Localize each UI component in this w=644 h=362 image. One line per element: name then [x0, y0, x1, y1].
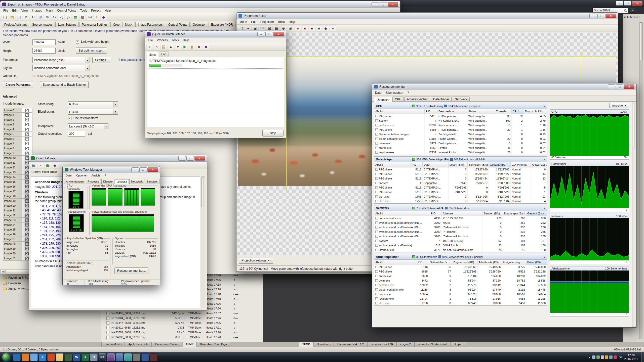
process-row[interactable]: iexplore.exe17232Internet Explo...Wird a… — [374, 150, 547, 155]
send-to-batch-button[interactable]: Save and send to Batch Stitcher — [40, 81, 89, 88]
close-button[interactable]: × — [606, 14, 616, 18]
titlebar[interactable]: Export_pt_images - PTGui Pro registered … — [0, 1, 400, 8]
image-row[interactable]: Image 29 — [3, 246, 33, 251]
column-header[interactable]: Schreiben (B/s) — [468, 162, 489, 167]
process-row[interactable]: dwm.exe3472058'24437'32018'75218'568 — [374, 278, 547, 283]
include-image-checkbox[interactable] — [25, 175, 29, 179]
file-row[interactable]: NH23447_6688_16252.tmp500 KBTMP-DateiHeu… — [101, 321, 263, 326]
column-header[interactable]: Abbild — [374, 109, 424, 114]
preview-icon[interactable]: ◉ — [287, 25, 294, 31]
menu-item[interactable]: Edit — [249, 20, 258, 24]
menu-item[interactable]: Optionen — [74, 173, 90, 177]
folder-tab[interactable]: Dreamset ver 2.34 — [367, 342, 396, 347]
minimize-button[interactable]: – — [257, 32, 265, 36]
include-image-checkbox[interactable] — [25, 204, 29, 207]
optimizer-icon[interactable]: ☀ — [93, 14, 100, 20]
process-row[interactable]: PTGui.exe5116C:\TEMP\N...013'927'68013'9… — [374, 167, 547, 172]
file-row[interactable]: NH24039_6688_16252.tmp656 KBTMP-DateiHeu… — [101, 335, 263, 340]
network-section-header[interactable]: Netzwerk 7 KBit/s Netzwerk-E/A 0% Netzwe… — [374, 205, 547, 211]
taskbar-app-dark-red[interactable] — [150, 353, 157, 361]
image-row[interactable]: Image 15 — [3, 179, 33, 184]
column-header[interactable]: PID — [430, 211, 441, 216]
menu-item[interactable]: Help — [287, 20, 297, 24]
menu-item[interactable]: Mode — [237, 20, 249, 24]
taskbar-app-green[interactable] — [64, 353, 72, 361]
process-row[interactable]: plugin-container.exe11188896'92417'6402'… — [374, 287, 547, 292]
include-image-checkbox[interactable] — [25, 228, 29, 231]
scrollbar[interactable] — [632, 102, 636, 327]
taskbar-outlook[interactable]: O — [90, 353, 98, 361]
projection-cylindrical-icon[interactable]: ■ — [301, 25, 308, 31]
grid-icon[interactable]: ▩ — [79, 14, 86, 20]
ptgui-tab[interactable]: Control Points — [166, 22, 190, 27]
task-manager-tab[interactable]: Prozesse — [86, 179, 101, 184]
row-checkbox[interactable] — [375, 182, 378, 184]
column-header[interactable]: Empfangen (B/s) — [503, 211, 526, 216]
taskbar-firefox[interactable] — [22, 353, 29, 361]
crop-guide-left[interactable] — [286, 53, 287, 191]
ptgui-tab[interactable]: Image Parameters — [135, 22, 165, 27]
taskbar-directory-opus[interactable] — [56, 353, 63, 361]
row-checkbox[interactable] — [375, 288, 378, 291]
column-header[interactable]: Durchschnittli... — [524, 109, 547, 114]
row-checkbox[interactable] — [375, 177, 378, 180]
taskbar-media-player[interactable] — [13, 353, 21, 361]
scroll-left-icon[interactable]: ◀ — [1, 270, 5, 273]
include-image-checkbox[interactable] — [25, 257, 29, 260]
image-row[interactable]: Image 22 — [3, 213, 33, 218]
image-row[interactable]: Image 28 — [3, 242, 33, 246]
column-header[interactable]: Senden (B/s) — [482, 211, 503, 216]
previous-image-icon[interactable]: ◁ — [58, 14, 65, 20]
tray-icon-6[interactable] — [614, 355, 617, 359]
column-header[interactable]: Datei — [422, 162, 448, 167]
column-header[interactable]: Privat (KB) — [526, 260, 547, 265]
menu-item[interactable]: Datei — [64, 173, 74, 177]
folder-tab[interactable]: StreamMeNG — [101, 342, 125, 347]
include-image-checkbox[interactable] — [25, 161, 29, 164]
process-row[interactable]: dopus.exe16684066'32830'60016'51614'084 — [374, 292, 547, 296]
start-button[interactable] — [2, 353, 11, 361]
column-header[interactable]: Gesamt (B/s) — [526, 211, 547, 216]
image-row[interactable]: Image 4 — [3, 127, 33, 132]
image-row[interactable]: Image 21 — [3, 208, 33, 213]
row-checkbox[interactable] — [375, 147, 378, 149]
image-row[interactable]: Image 24 — [3, 222, 33, 227]
scrollbar-thumb[interactable] — [640, 22, 642, 60]
cp-table-icon[interactable]: ▦ — [45, 162, 51, 168]
image-row[interactable]: Image 18 — [3, 194, 33, 199]
process-row[interactable]: svchost.exe (LocalServiceAndNo...3700i7-… — [374, 234, 547, 239]
taskbar-app-blue[interactable] — [116, 353, 123, 361]
column-header[interactable]: Lesen (B/s) — [448, 162, 467, 167]
row-checkbox[interactable] — [375, 297, 378, 300]
cpu-section-header[interactable]: CPU 98% CPU-Auslastung 104% Maximale Fre… — [374, 103, 547, 109]
process-row[interactable]: ekrn.exe1756C:\TEMP\Gi...05'115'9045'115… — [374, 199, 547, 203]
include-image-checkbox[interactable] — [25, 252, 29, 255]
row-checkbox[interactable] — [375, 142, 378, 145]
include-image-checkbox[interactable] — [25, 199, 29, 203]
render-icon[interactable]: ● — [330, 25, 336, 31]
row-checkbox[interactable] — [375, 217, 378, 219]
tray-icon-5[interactable] — [609, 355, 613, 359]
grid-icon[interactable]: ▦ — [273, 25, 280, 31]
clock[interactable]: 17:38 23.07.2011 — [624, 353, 638, 361]
numbers-icon[interactable]: 123 — [259, 25, 266, 31]
row-checkbox[interactable] — [375, 249, 378, 251]
close-button[interactable]: × — [147, 167, 158, 172]
include-image-checkbox[interactable] — [25, 214, 29, 217]
process-row[interactable]: PTGui.exe5116568'847'5608'748'5963'7768'… — [374, 265, 547, 269]
process-row[interactable]: svchost.exe (LocalServiceAndNo...3700ff0… — [374, 220, 547, 225]
folder-tab[interactable]: enigma2 — [397, 342, 414, 347]
height-field[interactable]: 25482 — [32, 48, 56, 54]
tray-expand-icon[interactable]: ▲ — [588, 356, 591, 358]
process-row[interactable]: Dropbox.exe3676sjc-not3.sjc.dropbox.com7… — [374, 248, 547, 252]
move-down-icon[interactable]: ▼ — [175, 44, 181, 50]
save-project-icon[interactable]: ◫ — [16, 14, 22, 20]
process-row[interactable]: PTGui.exe5116C:\TEMP\N...011'166'42411'1… — [374, 176, 547, 181]
column-header[interactable]: Status — [467, 109, 495, 114]
zoom-in-icon[interactable]: ⊕ — [44, 14, 51, 20]
process-row[interactable]: ekrn.exe1756066'24018'8367'45611'380 — [374, 301, 547, 305]
maximize-button[interactable]: □ — [380, 2, 387, 7]
row-checkbox[interactable] — [375, 293, 378, 295]
show-desktop-button[interactable] — [641, 352, 644, 362]
add-job-icon[interactable]: + — [146, 44, 153, 50]
